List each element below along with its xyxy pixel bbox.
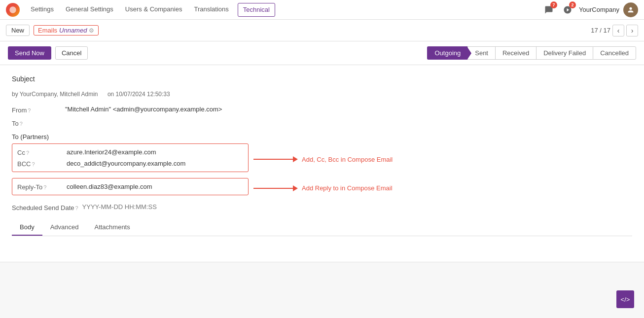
tab-delivery-failed[interactable]: Delivery Failed bbox=[536, 46, 593, 60]
tab-cancelled[interactable]: Cancelled bbox=[593, 46, 636, 60]
scheduled-row: Scheduled Send Date? bbox=[12, 203, 632, 212]
to-label: To? bbox=[12, 119, 61, 127]
annotation-cc-bcc: Add, Cc, Bcc in Compose Email bbox=[253, 156, 393, 163]
prev-page-button[interactable]: ‹ bbox=[612, 25, 624, 36]
scheduled-help-icon[interactable]: ? bbox=[75, 205, 78, 211]
cc-bcc-box: Cc? azure.Interior24@example.com BCC? de… bbox=[12, 143, 249, 172]
messages-btn[interactable]: 7 bbox=[541, 2, 556, 17]
nav-users-companies[interactable]: Users & Companies bbox=[120, 0, 187, 20]
tabs-bar: Body Advanced Attachments bbox=[12, 219, 632, 236]
breadcrumb: Emails Unnamed ⚙ bbox=[34, 25, 99, 35]
cc-label: Cc? bbox=[17, 148, 67, 156]
arrow-shaft-2 bbox=[253, 188, 293, 189]
next-page-button[interactable]: › bbox=[626, 25, 638, 36]
tab-outgoing[interactable]: Outgoing bbox=[427, 46, 467, 60]
send-now-button[interactable]: Send Now bbox=[8, 46, 51, 60]
status-tabs: Outgoing Sent Received Delivery Failed C… bbox=[427, 46, 636, 60]
messages-badge: 7 bbox=[550, 1, 557, 8]
from-value: "Mitchell Admin" <admin@yourcompany.exam… bbox=[65, 106, 632, 113]
bcc-help-icon[interactable]: ? bbox=[32, 161, 35, 167]
reply-to-value[interactable]: colleen.diaz83@example.com bbox=[67, 183, 243, 190]
activity-btn[interactable]: 2 bbox=[560, 2, 575, 17]
tab-sent[interactable]: Sent bbox=[467, 46, 495, 60]
arrow-shaft-1 bbox=[253, 159, 293, 160]
from-row: From? "Mitchell Admin" <admin@yourcompan… bbox=[12, 106, 632, 114]
tab-advanced[interactable]: Advanced bbox=[42, 219, 87, 236]
nav-technical[interactable]: Technical bbox=[238, 3, 275, 17]
cc-row: Cc? azure.Interior24@example.com bbox=[17, 148, 243, 156]
breadcrumb-emails[interactable]: Emails bbox=[38, 27, 57, 34]
action-bar: Send Now Cancel Outgoing Sent Received D… bbox=[0, 41, 644, 65]
company-name[interactable]: YourCompany bbox=[579, 6, 619, 13]
bcc-value: deco_addict@yourcompany.example.com bbox=[67, 160, 243, 167]
reply-to-box: Reply-To? colleen.diaz83@example.com bbox=[12, 178, 249, 195]
bcc-label: BCC? bbox=[17, 159, 67, 168]
code-button[interactable]: </> bbox=[616, 290, 634, 308]
nav-general-settings[interactable]: General Settings bbox=[61, 0, 118, 20]
reply-to-label: Reply-To? bbox=[17, 182, 67, 191]
pagination: 17 / 17 ‹ › bbox=[591, 25, 638, 36]
activity-badge: 2 bbox=[569, 1, 576, 8]
arrow-head-1 bbox=[293, 156, 298, 162]
nav-right: 7 2 YourCompany bbox=[541, 2, 638, 17]
to-partners-label: To (Partners) bbox=[12, 133, 632, 141]
arrow-head-2 bbox=[293, 185, 298, 191]
breadcrumb-unnamed[interactable]: Unnamed bbox=[59, 27, 87, 34]
scheduled-label: Scheduled Send Date? bbox=[12, 203, 78, 212]
annotation-reply-to: Add Reply to in Compose Email bbox=[253, 184, 393, 192]
gear-icon[interactable]: ⚙ bbox=[89, 27, 94, 34]
app-logo[interactable] bbox=[6, 3, 20, 17]
to-row: To? bbox=[12, 119, 632, 127]
new-button[interactable]: New bbox=[6, 25, 30, 36]
tab-received[interactable]: Received bbox=[495, 46, 536, 60]
from-label: From? bbox=[12, 106, 61, 114]
page-indicator: 17 / 17 bbox=[591, 27, 610, 34]
scheduled-input[interactable] bbox=[82, 203, 165, 211]
reply-to-help-icon[interactable]: ? bbox=[43, 184, 46, 190]
from-help-icon[interactable]: ? bbox=[28, 107, 31, 113]
user-avatar[interactable] bbox=[623, 2, 638, 17]
nav-translations[interactable]: Translations bbox=[189, 0, 233, 20]
subject-label: Subject bbox=[12, 75, 632, 83]
nav-settings[interactable]: Settings bbox=[26, 0, 59, 20]
cc-help-icon[interactable]: ? bbox=[26, 150, 29, 156]
reply-to-row: Reply-To? colleen.diaz83@example.com bbox=[17, 182, 243, 191]
cancel-button[interactable]: Cancel bbox=[55, 46, 88, 60]
meta-on: on 10/07/2024 12:50:33 bbox=[107, 91, 170, 98]
tab-body[interactable]: Body bbox=[12, 219, 42, 236]
bcc-row: BCC? deco_addict@yourcompany.example.com bbox=[17, 159, 243, 168]
secondary-bar: New Emails Unnamed ⚙ 17 / 17 ‹ › bbox=[0, 20, 644, 41]
annotation-label-1: Add, Cc, Bcc in Compose Email bbox=[302, 156, 393, 163]
meta-by: by YourCompany, Mitchell Admin bbox=[12, 91, 98, 98]
form-meta: by YourCompany, Mitchell Admin on 10/07/… bbox=[12, 91, 632, 98]
form-area: Subject by YourCompany, Mitchell Admin o… bbox=[0, 65, 644, 262]
tab-attachments[interactable]: Attachments bbox=[86, 219, 138, 236]
cc-value[interactable]: azure.Interior24@example.com bbox=[67, 148, 243, 156]
to-help-icon[interactable]: ? bbox=[20, 121, 23, 127]
annotation-label-2: Add Reply to in Compose Email bbox=[302, 184, 393, 192]
top-nav: Settings General Settings Users & Compan… bbox=[0, 0, 644, 20]
